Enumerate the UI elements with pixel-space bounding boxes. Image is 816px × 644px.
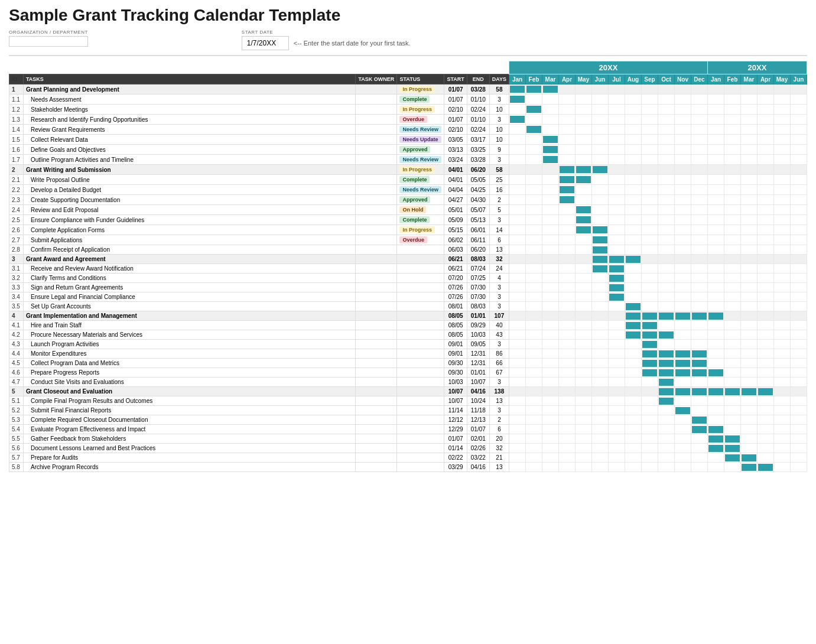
gantt-cell (625, 115, 642, 125)
start-date-value[interactable]: 1/7/20XX (242, 36, 289, 50)
row-id: 3 (9, 255, 24, 264)
gantt-cell (592, 84, 609, 95)
table-row: 4.1Hire and Train Staff08/0509/2940 (9, 321, 807, 330)
gantt-cell (675, 215, 691, 225)
row-id: 2.6 (9, 225, 24, 235)
status-cell (397, 453, 444, 463)
gantt-cell (724, 135, 741, 145)
end-date: 02/24 (467, 105, 489, 115)
gantt-cell (576, 255, 592, 264)
gantt-cell (526, 283, 542, 292)
task-name: Collect Relevant Data (24, 135, 356, 145)
days-count: 6 (489, 235, 509, 245)
gantt-cell (592, 283, 609, 292)
gantt-cell (542, 425, 559, 434)
gantt-cell (592, 135, 609, 145)
gantt-cell (774, 135, 791, 145)
row-id: 4.3 (9, 340, 24, 349)
gantt-cell (542, 165, 559, 175)
end-date: 05/07 (467, 205, 489, 215)
start-date: 07/26 (444, 283, 467, 292)
start-date: 06/03 (444, 245, 467, 255)
gantt-cell (724, 321, 741, 330)
end-date: 04/16 (467, 463, 489, 472)
gantt-cell (741, 225, 758, 235)
gantt-cell (774, 264, 791, 274)
task-owner (356, 205, 397, 215)
status-badge: In Progress (399, 226, 435, 233)
gantt-cell (559, 415, 576, 425)
gantt-cell (658, 396, 675, 406)
task-owner (356, 378, 397, 387)
gantt-cell (576, 264, 592, 274)
gantt-cell (542, 205, 559, 215)
gantt-cell (642, 340, 658, 349)
task-owner (356, 453, 397, 463)
gantt-cell (526, 434, 542, 444)
gantt-cell (691, 145, 708, 155)
gantt-cell (758, 396, 774, 406)
gantt-cell (758, 145, 774, 155)
gantt-cell (509, 302, 526, 311)
gantt-cell (708, 463, 724, 472)
gantt-cell (625, 359, 642, 368)
gantt-cell (609, 453, 625, 463)
days-count: 10 (489, 135, 509, 145)
gantt-cell (642, 453, 658, 463)
org-input[interactable] (9, 36, 88, 47)
gantt-cell (758, 205, 774, 215)
task-owner (356, 155, 397, 165)
gantt-cell (526, 396, 542, 406)
gantt-cell (758, 378, 774, 387)
status-cell (397, 406, 444, 415)
task-name: Needs Assessment (24, 95, 356, 105)
gantt-cell (526, 387, 542, 396)
gantt-cell (791, 453, 807, 463)
gantt-cell (774, 245, 791, 255)
gantt-cell (741, 264, 758, 274)
gantt-cell (791, 115, 807, 125)
end-date: 07/30 (467, 292, 489, 302)
gantt-cell (526, 368, 542, 378)
end-date: 12/31 (467, 359, 489, 368)
gantt-cell (642, 115, 658, 125)
end-date: 08/03 (467, 302, 489, 311)
gantt-cell (542, 406, 559, 415)
task-name: Grant Award and Agreement (24, 255, 356, 264)
gantt-cell (609, 311, 625, 321)
task-name: Review Grant Requirements (24, 125, 356, 135)
row-id: 5.5 (9, 434, 24, 444)
gantt-cell (708, 195, 724, 205)
gantt-cell (658, 205, 675, 215)
gantt-cell (542, 340, 559, 349)
gantt-cell (642, 95, 658, 105)
gantt-cell (708, 444, 724, 453)
gantt-cell (609, 378, 625, 387)
gantt-cell (774, 215, 791, 225)
gantt-cell (658, 349, 675, 359)
gantt-cell (542, 225, 559, 235)
gantt-cell (675, 95, 691, 105)
gantt-cell (576, 283, 592, 292)
task-name: Complete Application Forms (24, 225, 356, 235)
gantt-cell (559, 215, 576, 225)
gantt-cell (509, 264, 526, 274)
gantt-cell (758, 274, 774, 283)
gantt-cell (559, 115, 576, 125)
gantt-cell (791, 321, 807, 330)
task-name: Ensure Compliance with Funder Guidelines (24, 215, 356, 225)
gantt-cell (542, 415, 559, 425)
gantt-cell (708, 453, 724, 463)
gantt-cell (576, 292, 592, 302)
gantt-cell (609, 155, 625, 165)
gantt-cell (592, 349, 609, 359)
status-cell (397, 245, 444, 255)
gantt-cell (526, 135, 542, 145)
gantt-cell (576, 330, 592, 340)
gantt-cell (625, 396, 642, 406)
days-count: 14 (489, 225, 509, 235)
gantt-cell (592, 195, 609, 205)
gantt-cell (724, 359, 741, 368)
gantt-cell (774, 95, 791, 105)
gantt-cell (609, 135, 625, 145)
